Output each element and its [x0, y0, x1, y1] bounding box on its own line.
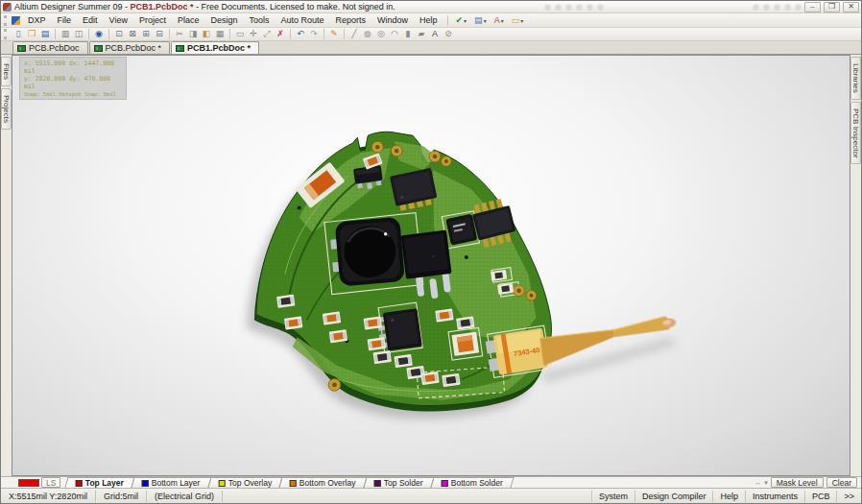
minimize-button[interactable]: –	[804, 2, 821, 12]
pcb-panel-button[interactable]: PCB	[804, 491, 837, 502]
menu-place[interactable]: Place	[172, 13, 205, 27]
alignment-dropdown[interactable]: ▤▾	[470, 14, 491, 27]
panel-tab-files[interactable]: Files	[1, 57, 12, 86]
instruments-panel-button[interactable]: Instruments	[745, 491, 804, 502]
cut-icon[interactable]: ✂	[173, 29, 186, 40]
power-resistor[interactable]	[451, 332, 479, 356]
layer-tab-label: Top Layer	[85, 478, 124, 488]
titlebar-ghost-icons	[544, 4, 604, 11]
title-bar: Altium Designer Summer 09 - PCB1.PcbDoc …	[1, 1, 861, 13]
panel-tab-pcb-inspector[interactable]: PCB Inspector	[850, 102, 861, 165]
smd-capacitor-marked[interactable]	[445, 214, 477, 246]
panel-tab-projects[interactable]: Projects	[1, 88, 12, 130]
open-folder-icon[interactable]: ❒	[25, 29, 38, 40]
hud-y-readout: y: 2820.000 dy: 470.000 mil	[24, 75, 122, 90]
pcb-editor-canvas[interactable]: 7343-40 x: 5515.000 dx: 1447.000 mil y: …	[12, 55, 850, 476]
new-document-icon[interactable]: ▯	[12, 29, 25, 40]
layer-tab-bottom-solder[interactable]: Bottom Solder	[430, 477, 514, 488]
re-position-icon[interactable]: ⤢	[260, 29, 274, 40]
layer-tab-bottom-overlay[interactable]: Bottom Overlay	[279, 477, 368, 488]
title-suffix: - Free Documents. Licensed to make. Not …	[194, 2, 395, 12]
paste-icon[interactable]: ◧	[200, 29, 213, 40]
menu-window[interactable]: Window	[371, 13, 414, 27]
menu-tools[interactable]: Tools	[243, 13, 275, 27]
layer-tab-label: Top Overlay	[228, 478, 272, 488]
layer-color-icon	[76, 480, 83, 487]
power-inductor[interactable]	[329, 217, 405, 288]
layer-tabs-dropdown-icon[interactable]: ▾	[764, 479, 768, 487]
toolbar-grip[interactable]	[4, 29, 9, 39]
pcb-3d-view[interactable]: 7343-40	[12, 56, 850, 475]
find-selection-icon: A	[494, 16, 500, 25]
placement-dropdown[interactable]: ▭▾	[508, 14, 528, 27]
menu-bar: DXP File Edit View Project Place Design …	[1, 13, 861, 28]
menu-help[interactable]: Help	[414, 13, 443, 27]
mask-level-button[interactable]: Mask Level	[771, 477, 824, 488]
zoom-selection-icon[interactable]: ⊟	[153, 29, 166, 40]
place-string-icon[interactable]: A	[428, 29, 442, 40]
copy-icon[interactable]: ◨	[186, 29, 200, 40]
close-button[interactable]: ✕	[843, 2, 859, 12]
print-preview-icon[interactable]: ◫	[72, 29, 85, 40]
place-polygon-icon[interactable]: ▰	[415, 29, 428, 40]
undo-icon[interactable]: ↶	[294, 29, 307, 40]
layer-tab-bottom-layer[interactable]: Bottom Layer	[132, 477, 212, 488]
move-object-icon[interactable]: ✛	[247, 29, 260, 40]
select-area-icon[interactable]: ▭	[233, 29, 247, 40]
fit-document-icon[interactable]: ⊡	[112, 29, 126, 40]
menu-view[interactable]: View	[104, 13, 133, 27]
design-compiler-panel-button[interactable]: Design Compiler	[635, 491, 713, 502]
layer-sets-tab[interactable]: LS	[41, 477, 60, 488]
chevron-down-icon: ▾	[484, 17, 487, 24]
pcb-board[interactable]: 7343-40	[254, 132, 552, 411]
layer-tab-top-layer[interactable]: Top Layer	[65, 477, 135, 488]
place-fill-icon[interactable]: ▮	[401, 29, 415, 40]
doc-tab-label: PCB.PcbDoc	[29, 43, 80, 53]
utilities-dropdown[interactable]: ✔▾	[452, 14, 471, 27]
place-pad-icon[interactable]: ◍	[361, 29, 374, 40]
doc-tab-pcb-modified[interactable]: PCB.PcbDoc *	[89, 41, 171, 54]
save-icon[interactable]: ▤	[38, 29, 52, 40]
place-keepout-icon[interactable]: ⊘	[442, 29, 455, 40]
menu-project[interactable]: Project	[133, 13, 172, 27]
doc-tab-label: PCB1.PcbDoc *	[187, 43, 251, 53]
fit-board-icon[interactable]: ⊠	[126, 29, 139, 40]
menu-dxp[interactable]: DXP	[22, 13, 52, 27]
redo-icon[interactable]: ↷	[307, 29, 321, 40]
doc-tab-pcb1[interactable]: PCB1.PcbDoc *	[171, 41, 259, 54]
zoom-area-icon[interactable]: ⊞	[139, 29, 153, 40]
hud-x-readout: x: 5515.000 dx: 1447.000 mil	[24, 60, 122, 75]
heads-up-display: x: 5515.000 dx: 1447.000 mil y: 2820.000…	[19, 57, 127, 100]
system-panel-button[interactable]: System	[591, 491, 635, 502]
find-selection-dropdown[interactable]: A▾	[491, 14, 508, 27]
menu-file[interactable]: File	[52, 13, 78, 27]
view-3d-icon[interactable]: ◉	[92, 29, 106, 40]
place-arc-icon[interactable]: ◠	[388, 29, 401, 40]
clear-button[interactable]: Clear	[826, 477, 857, 488]
help-panel-button[interactable]: Help	[712, 491, 745, 502]
print-icon[interactable]: ▥	[59, 29, 72, 40]
menu-reports[interactable]: Reports	[330, 13, 372, 27]
workspace: Files Projects	[1, 55, 861, 476]
document-tab-bar: PCB.PcbDoc PCB.PcbDoc * PCB1.PcbDoc *	[1, 41, 861, 55]
title-active-document: PCB1.PcbDoc *	[131, 2, 194, 12]
layer-tab-top-solder[interactable]: Top Solder	[363, 477, 434, 488]
alignment-icon: ▤	[474, 16, 483, 25]
menubar-grip[interactable]	[4, 15, 9, 26]
interactive-routing-icon[interactable]: ✎	[327, 29, 341, 40]
menu-design[interactable]: Design	[204, 13, 243, 27]
layer-tab-top-overlay[interactable]: Top Overlay	[207, 477, 283, 488]
right-panel-strip: Libraries PCB Inspector	[850, 55, 861, 476]
paste-array-icon[interactable]: ▦	[213, 29, 227, 40]
place-via-icon[interactable]: ◎	[374, 29, 388, 40]
doc-tab-pcb[interactable]: PCB.PcbDoc	[12, 41, 88, 54]
more-panels-button[interactable]: >>	[836, 491, 861, 502]
menu-edit[interactable]: Edit	[77, 13, 104, 27]
menu-auto-route[interactable]: Auto Route	[275, 13, 329, 27]
place-line-icon[interactable]: ╱	[347, 29, 361, 40]
panel-tab-libraries[interactable]: Libraries	[850, 57, 861, 100]
maximize-button[interactable]: ❒	[824, 2, 840, 12]
window-title: Altium Designer Summer 09 - PCB1.PcbDoc …	[14, 2, 395, 12]
cross-probe-icon[interactable]: ✗	[274, 29, 287, 40]
layer-tabs-scroll-icon[interactable]: ↔	[754, 479, 761, 486]
